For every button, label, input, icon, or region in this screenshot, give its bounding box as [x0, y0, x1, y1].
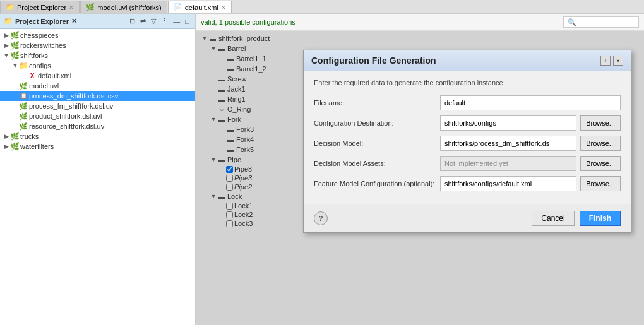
tree-arrow-shiftforks	[3, 52, 10, 59]
editor-area: ▬ shiftfork_product ▬ Barrel ▬ Barrel1_1…	[196, 31, 644, 325]
tab-default-xml-label: default.xml	[185, 4, 218, 11]
tab-bar: 📁 Project Explorer ✕ 🌿 model.uvl (shiftf…	[0, 0, 644, 14]
tree-arrow-chesspieces	[3, 32, 10, 39]
tree-arrow-default-xml	[20, 72, 28, 80]
tree-item-shiftforks[interactable]: 🌿 shiftforks	[0, 50, 195, 61]
panel-folder-icon: 📁	[4, 17, 13, 25]
tree-label-product-dsl: product_shiftfork.dsl.uvl	[29, 112, 102, 120]
tree-item-model-uvl[interactable]: 🌿 model.uvl	[0, 81, 195, 91]
tree-label-shiftforks: shiftforks	[20, 52, 48, 59]
link-editor-btn[interactable]: ⇌	[138, 16, 148, 26]
filter-btn[interactable]: ▽	[149, 16, 158, 26]
tree-item-product-dsl[interactable]: 🌿 product_shiftfork.dsl.uvl	[0, 111, 195, 121]
panel-controls: ⊟ ⇌ ▽ ⋮ — □	[128, 16, 191, 26]
modal-body: Enter the required data to generate the …	[304, 71, 631, 204]
config-dest-input[interactable]	[440, 115, 576, 131]
help-button[interactable]: ?	[314, 211, 328, 225]
panel-title-x: ✕	[71, 17, 77, 25]
tree-item-configs[interactable]: 📁 configs	[0, 61, 195, 71]
feature-model-config-browse[interactable]: Browse...	[580, 176, 621, 191]
tree-arrow-waterfilters	[3, 143, 10, 150]
form-row-decision-model: Decision Model: Browse...	[314, 136, 621, 151]
tree-item-default-xml[interactable]: X default.xml	[0, 71, 195, 81]
tree-arrow-resource-dsl	[11, 122, 19, 130]
filename-label: Filename:	[314, 99, 440, 107]
tree-item-rockerswitches[interactable]: 🌿 rockerswitches	[0, 40, 195, 50]
modal-maximize-btn[interactable]: +	[600, 56, 611, 66]
tree-arrow-configs	[11, 62, 19, 69]
model-uvl-icon: 🌿	[86, 3, 95, 11]
editor-header: valid, 1 possible configurations	[196, 14, 644, 31]
decision-assets-label: Decision Model Assets:	[314, 160, 440, 167]
config-dest-browse[interactable]: Browse...	[580, 115, 621, 131]
decision-assets-browse[interactable]: Browse...	[580, 156, 621, 171]
project-icon-waterfilters: 🌿	[10, 142, 19, 151]
tab-project-explorer-close[interactable]: ✕	[69, 4, 74, 11]
tree-item-process-fm[interactable]: 🌿 process_fm_shiftfork.dsl.uvl	[0, 101, 195, 111]
tree-label-chesspieces: chesspieces	[20, 32, 59, 39]
tree-item-process-dm[interactable]: 📋 process_dm_shiftfork.dsl.csv	[0, 91, 195, 101]
modal-close-btn[interactable]: ×	[613, 56, 623, 66]
tree-item-trucks[interactable]: 🌿 trucks	[0, 131, 195, 141]
tab-model-uvl-label: model.uvl (shiftforks)	[97, 4, 161, 11]
tree-label-resource-dsl: resource_shiftfork.dsl.uvl	[29, 122, 106, 130]
panel-header: 📁 Project Explorer ✕ ⊟ ⇌ ▽ ⋮ — □	[0, 14, 195, 29]
tree-label-configs: configs	[29, 62, 51, 69]
project-icon-shiftforks: 🌿	[10, 51, 19, 60]
tree-arrow-trucks	[3, 133, 10, 140]
project-tree: 🌿 chesspieces 🌿 rockerswitches 🌿 shiftfo…	[0, 29, 195, 325]
decision-model-browse[interactable]: Browse...	[580, 136, 621, 151]
project-icon-rockerswitches: 🌿	[10, 41, 19, 50]
csv-icon: 📋	[19, 92, 28, 100]
form-row-filename: Filename:	[314, 95, 621, 110]
tree-arrow-process-fm	[11, 102, 19, 110]
uvl-icon-resource: 🌿	[19, 122, 28, 131]
xml-icon: X	[28, 71, 37, 80]
tree-item-chesspieces[interactable]: 🌿 chesspieces	[0, 30, 195, 40]
decision-model-label: Decision Model:	[314, 139, 440, 147]
tree-arrow-model-uvl	[11, 82, 19, 90]
tab-project-explorer[interactable]: 📁 Project Explorer ✕	[0, 1, 80, 13]
collapse-all-btn[interactable]: ⊟	[128, 16, 137, 26]
uvl-icon: 🌿	[19, 81, 28, 90]
content-area: valid, 1 possible configurations ▬ shift…	[196, 14, 644, 325]
footer-buttons: Cancel Finish	[532, 211, 621, 226]
tree-label-process-fm: process_fm_shiftfork.dsl.uvl	[29, 102, 115, 110]
tree-arrow-rockerswitches	[3, 42, 10, 49]
decision-model-input[interactable]	[440, 136, 576, 151]
default-xml-icon: 📄	[174, 3, 182, 11]
modal-overlay: Configuration File Generation + × Enter …	[196, 31, 644, 325]
filename-input[interactable]	[440, 95, 621, 110]
feature-model-config-label: Feature Model Configuration (optional):	[314, 180, 440, 187]
config-dest-label: Configuration Destination:	[314, 119, 440, 127]
tree-item-resource-dsl[interactable]: 🌿 resource_shiftfork.dsl.uvl	[0, 121, 195, 131]
uvl-icon-product: 🌿	[19, 112, 28, 121]
valid-badge: valid, 1 possible configurations	[201, 18, 295, 26]
tree-label-trucks: trucks	[20, 133, 39, 140]
finish-button[interactable]: Finish	[580, 211, 621, 226]
tree-item-waterfilters[interactable]: 🌿 waterfilters	[0, 141, 195, 151]
form-row-config-dest: Configuration Destination: Browse...	[314, 115, 621, 131]
config-modal: Configuration File Generation + × Enter …	[303, 50, 631, 233]
tree-arrow-process-dm	[11, 92, 19, 100]
minimize-btn[interactable]: —	[171, 16, 182, 26]
project-icon-chesspieces: 🌿	[10, 31, 19, 40]
panel-menu-btn[interactable]: ⋮	[159, 16, 170, 26]
tree-label-model-uvl: model.uvl	[29, 82, 59, 90]
tab-default-xml[interactable]: 📄 default.xml ✕	[168, 1, 232, 13]
search-input[interactable]	[563, 16, 639, 28]
folder-icon-configs: 📁	[19, 61, 28, 70]
main-area: 📁 Project Explorer ✕ ⊟ ⇌ ▽ ⋮ — □ 🌿 chess…	[0, 14, 644, 325]
tab-model-uvl[interactable]: 🌿 model.uvl (shiftforks)	[80, 1, 167, 13]
tree-label-process-dm: process_dm_shiftfork.dsl.csv	[29, 92, 118, 100]
tab-project-explorer-label: Project Explorer	[17, 4, 66, 11]
panel-title: 📁 Project Explorer ✕	[4, 17, 77, 25]
tree-label-rockerswitches: rockerswitches	[20, 42, 66, 49]
uvl-icon-fm: 🌿	[19, 102, 28, 110]
form-row-feature-model-config: Feature Model Configuration (optional): …	[314, 176, 621, 191]
form-row-decision-assets: Decision Model Assets: Browse...	[314, 156, 621, 171]
cancel-button[interactable]: Cancel	[532, 211, 574, 226]
maximize-panel-btn[interactable]: □	[183, 16, 191, 26]
feature-model-config-input[interactable]	[440, 176, 576, 191]
tab-default-xml-close[interactable]: ✕	[221, 4, 226, 11]
